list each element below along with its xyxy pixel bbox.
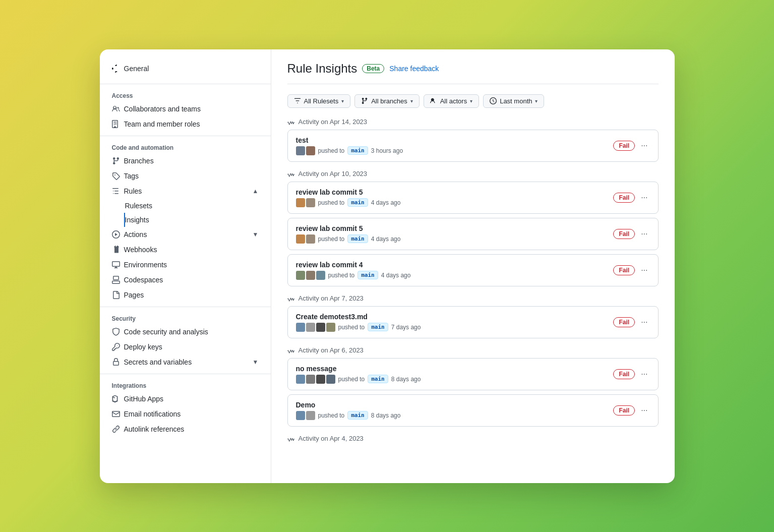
commit-meta: pushed to main 8 days ago <box>296 375 614 384</box>
avatar <box>296 146 305 155</box>
commit-meta: pushed to main 8 days ago <box>296 411 614 420</box>
sidebar-item-environments[interactable]: Environments <box>100 257 271 272</box>
sidebar-item-autolink[interactable]: Autolink references <box>100 422 271 437</box>
commit-card: no message pushed to main 8 days ago Fai… <box>287 358 659 390</box>
avatar <box>296 375 305 384</box>
filter-branches[interactable]: All branches ▾ <box>354 94 420 108</box>
sidebar-item-team-roles[interactable]: Team and member roles <box>100 116 271 132</box>
filter-time-label: Last month <box>500 97 532 105</box>
avatar <box>296 411 305 420</box>
commit-actions: Fail ··· <box>613 140 649 151</box>
filter-actors[interactable]: All actors ▾ <box>424 94 479 108</box>
commit-title: Create demotest3.md <box>296 313 614 321</box>
avatar <box>316 323 325 332</box>
avatar <box>306 323 315 332</box>
fail-badge: Fail <box>613 317 635 327</box>
page-title: Rule Insights <box>287 62 358 76</box>
more-options-button[interactable]: ··· <box>639 405 649 416</box>
sidebar-item-webhooks-label: Webhooks <box>124 246 157 254</box>
more-options-button[interactable]: ··· <box>639 369 649 380</box>
rules-icon <box>112 187 120 195</box>
fail-badge: Fail <box>613 141 635 151</box>
activity-date-label: Activity on Apr 6, 2023 <box>299 346 364 354</box>
avatar-group <box>296 323 335 332</box>
sidebar-item-pages-label: Pages <box>124 291 144 299</box>
sidebar: General Access Collaborators and teams T… <box>100 49 271 483</box>
sidebar-item-environments-label: Environments <box>124 261 167 269</box>
filter-rulesets[interactable]: All Rulesets ▾ <box>287 94 351 108</box>
commit-title: test <box>296 136 614 144</box>
commit-card: Demo pushed to main 8 days ago Fail ··· <box>287 394 659 427</box>
more-options-button[interactable]: ··· <box>639 228 649 240</box>
commit-time: 8 days ago <box>391 376 421 383</box>
sidebar-item-code-security[interactable]: Code security and analysis <box>100 324 271 339</box>
main-content: Rule Insights Beta Share feedback All Ru… <box>271 49 675 483</box>
commit-title: review lab commit 5 <box>296 188 614 196</box>
commit-actions: Fail ··· <box>613 369 649 380</box>
commit-title: Demo <box>296 401 614 409</box>
activity-date-row: Activity on Apr 14, 2023 <box>287 118 659 126</box>
sidebar-sub-item-insights[interactable]: Insights <box>124 213 271 227</box>
branches-filter-icon <box>361 97 368 104</box>
commit-info: review lab commit 5 pushed to main 4 day… <box>296 224 614 244</box>
sidebar-item-actions[interactable]: Actions ▼ <box>100 227 271 242</box>
sidebar-item-github-apps[interactable]: GitHub Apps <box>100 391 271 406</box>
more-options-button[interactable]: ··· <box>639 192 649 203</box>
sidebar-section-code-automation: Code and automation Branches Tags Rules <box>100 140 271 303</box>
fail-badge: Fail <box>613 369 635 379</box>
filters-row: All Rulesets ▾ All branches ▾ All actors… <box>287 94 659 108</box>
activity-section: Activity on Apr 7, 2023 Create demotest3… <box>287 294 659 338</box>
avatar-group <box>296 146 315 155</box>
commit-actions: Fail ··· <box>613 317 649 328</box>
clock-filter-icon <box>490 97 497 104</box>
avatar-group <box>296 375 335 384</box>
activity-wave-icon <box>287 170 294 177</box>
sidebar-item-deploy-keys[interactable]: Deploy keys <box>100 339 271 354</box>
sidebar-item-collaborators[interactable]: Collaborators and teams <box>100 101 271 116</box>
avatar <box>306 146 315 155</box>
filter-time[interactable]: Last month ▾ <box>483 94 544 108</box>
sidebar-item-secrets[interactable]: Secrets and variables ▼ <box>100 354 271 370</box>
sidebar-item-branches[interactable]: Branches <box>100 153 271 168</box>
sidebar-item-tags[interactable]: Tags <box>100 168 271 184</box>
activity-wave-icon <box>287 435 294 442</box>
avatar <box>296 198 305 207</box>
sidebar-item-codespaces[interactable]: Codespaces <box>100 272 271 287</box>
activity-section: Activity on Apr 4, 2023 <box>287 435 659 442</box>
sidebar-sub-item-rulesets[interactable]: Rulesets <box>124 199 271 213</box>
commit-actions: Fail ··· <box>613 228 649 240</box>
branch-tag: main <box>347 198 368 207</box>
sidebar-item-rules[interactable]: Rules ▲ <box>100 184 271 199</box>
rulesets-caret-icon: ▾ <box>341 98 344 104</box>
sidebar-item-email-notifications[interactable]: Email notifications <box>100 406 271 422</box>
commit-info: review lab commit 5 pushed to main 4 day… <box>296 188 614 207</box>
share-feedback-link[interactable]: Share feedback <box>389 65 439 73</box>
sidebar-item-actions-label: Actions <box>124 230 147 239</box>
avatar <box>296 323 305 332</box>
sidebar-item-code-security-label: Code security and analysis <box>124 328 208 336</box>
branch-tag: main <box>358 271 378 279</box>
branches-icon <box>112 157 120 165</box>
chevron-up-icon: ▲ <box>253 188 259 195</box>
sidebar-item-autolink-label: Autolink references <box>124 425 185 433</box>
fail-badge: Fail <box>613 405 635 416</box>
avatar-group <box>296 271 325 280</box>
actors-caret-icon: ▾ <box>470 98 472 104</box>
commit-card: test pushed to main 3 hours ago Fail ··· <box>287 130 659 162</box>
sidebar-item-pages[interactable]: Pages <box>100 287 271 303</box>
more-options-button[interactable]: ··· <box>639 265 649 276</box>
sidebar-general-label: General <box>124 65 149 73</box>
sidebar-item-webhooks[interactable]: Webhooks <box>100 242 271 257</box>
more-options-button[interactable]: ··· <box>639 140 649 151</box>
sidebar-section-label-integrations: Integrations <box>100 378 271 391</box>
link-icon <box>112 425 120 433</box>
sidebar-item-secrets-label: Secrets and variables <box>124 358 192 366</box>
fail-badge: Fail <box>613 229 635 239</box>
branch-tag: main <box>368 323 388 331</box>
pushed-to-label: pushed to <box>318 235 345 243</box>
actions-icon <box>112 230 120 239</box>
activity-wave-icon <box>287 346 294 353</box>
more-options-button[interactable]: ··· <box>639 317 649 328</box>
sidebar-item-general[interactable]: General <box>108 62 263 76</box>
avatar <box>326 375 335 384</box>
